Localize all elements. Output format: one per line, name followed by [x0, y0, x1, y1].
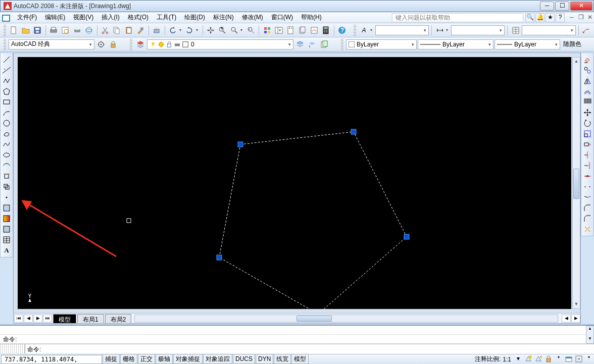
textstyle-dropdown[interactable]: ▾	[370, 28, 374, 32]
scroll-up-arrow[interactable]: ▲	[573, 58, 580, 66]
print-button[interactable]	[48, 25, 59, 36]
open-button[interactable]	[20, 25, 31, 36]
scroll-thumb-v[interactable]	[573, 169, 579, 199]
vertical-scrollbar[interactable]: ▲ ▼	[572, 57, 580, 309]
ellipse-tool[interactable]	[2, 150, 12, 160]
anno-autoscale-icon[interactable]	[534, 355, 543, 364]
circle-tool[interactable]	[2, 118, 12, 128]
match-prop-button[interactable]	[135, 25, 145, 36]
3ddwf-button[interactable]	[83, 25, 94, 36]
layer-previous-button[interactable]	[307, 39, 318, 50]
undo-dropdown[interactable]: ▾	[179, 28, 183, 32]
zoom-dropdown[interactable]: ▾	[240, 28, 244, 32]
help-button2[interactable]: ?	[337, 25, 348, 36]
table-tool[interactable]	[2, 235, 12, 245]
layer-manager-button[interactable]	[135, 39, 146, 50]
status-toggle-栅格[interactable]: 栅格	[120, 354, 137, 364]
plot-preview-button[interactable]	[60, 25, 71, 36]
zoom-previous-button[interactable]	[245, 25, 256, 36]
doc-restore-button[interactable]: ❐	[577, 14, 585, 21]
rotate-tool[interactable]	[582, 118, 592, 128]
annoscale-value[interactable]: 1:1	[501, 356, 513, 363]
break-at-point-tool[interactable]	[582, 171, 592, 181]
coordinate-display[interactable]: 737.8734, 1118.4074, 0.0000	[1, 355, 102, 364]
qnew-button[interactable]	[9, 25, 19, 36]
horizontal-scrollbar[interactable]	[134, 315, 558, 323]
linetype-combo[interactable]: ByLayer▾	[418, 39, 493, 49]
status-toggle-对象追踪[interactable]: 对象追踪	[203, 354, 232, 364]
make-block-tool[interactable]	[2, 182, 12, 192]
toolbar-lock-dropdown[interactable]: ▾	[554, 355, 563, 364]
menu-窗口w[interactable]: 窗口(W)	[267, 13, 297, 22]
design-center-button[interactable]	[273, 25, 284, 36]
menu-绘图d[interactable]: 绘图(D)	[180, 13, 209, 22]
arc-tool[interactable]	[2, 108, 12, 118]
copy-tool[interactable]	[582, 65, 592, 75]
tab-layout2[interactable]: 布局2	[105, 314, 132, 323]
command-input[interactable]	[43, 344, 594, 354]
clean-screen-icon[interactable]	[574, 355, 583, 364]
zoom-window-button[interactable]	[229, 25, 239, 36]
maximize-button[interactable]: ☐	[555, 2, 569, 11]
tab-next-button[interactable]: ▶	[33, 315, 42, 323]
array-tool[interactable]	[582, 97, 592, 107]
spline-tool[interactable]	[2, 139, 12, 149]
mtext-tool[interactable]: A	[2, 245, 12, 255]
menu-标注n[interactable]: 标注(N)	[209, 13, 238, 22]
toolbar-lock-icon[interactable]	[544, 355, 553, 364]
menu-编辑e[interactable]: 编辑(E)	[41, 13, 69, 22]
command-grip[interactable]	[0, 344, 25, 353]
rectangle-tool[interactable]	[2, 97, 12, 107]
properties-button[interactable]	[262, 25, 272, 36]
comm-center-icon[interactable]: 🔔	[535, 13, 544, 22]
layer-filter-button[interactable]	[319, 39, 330, 50]
tab-layout1[interactable]: 布局1	[77, 314, 104, 323]
break-tool[interactable]	[582, 182, 592, 192]
revcloud-tool[interactable]	[2, 129, 12, 139]
scroll-left-arrow[interactable]: ◀	[562, 315, 571, 323]
help-search-input[interactable]	[392, 13, 523, 22]
redo-dropdown[interactable]: ▾	[196, 28, 200, 32]
toolbar-grip[interactable]	[354, 25, 356, 36]
drawing-canvas[interactable]: X Y	[18, 57, 571, 309]
hatch-tool[interactable]	[2, 203, 12, 213]
status-toggle-正交[interactable]: 正交	[138, 354, 155, 364]
mleader-style-button[interactable]	[581, 25, 592, 36]
trim-tool[interactable]	[582, 150, 592, 160]
tab-prev-button[interactable]: ◀	[24, 315, 33, 323]
status-menu-arrow[interactable]: ▾	[584, 355, 593, 364]
quickcalc-button[interactable]	[320, 25, 331, 36]
polygon-tool[interactable]	[2, 86, 12, 96]
tab-first-button[interactable]: ⏮	[14, 315, 23, 323]
table-style-combo[interactable]: ▾	[522, 25, 575, 35]
status-toggle-对象捕捉[interactable]: 对象捕捉	[173, 354, 203, 364]
workspace-settings-button[interactable]	[95, 39, 107, 50]
close-button[interactable]: ✕	[570, 2, 592, 11]
insert-block-tool[interactable]	[2, 171, 12, 181]
search-icon[interactable]: 🔍	[525, 13, 534, 22]
stretch-tool[interactable]	[582, 139, 592, 149]
dim-style-button[interactable]	[434, 25, 445, 36]
save-button[interactable]	[32, 25, 42, 36]
join-tool[interactable]	[582, 192, 592, 202]
erase-tool[interactable]	[582, 55, 592, 65]
dimstyle-dropdown[interactable]: ▾	[446, 28, 450, 32]
polyline-tool[interactable]	[2, 76, 12, 86]
toolbar-grip[interactable]	[341, 39, 343, 50]
text-style-button[interactable]: A	[359, 25, 369, 36]
menu-帮助h[interactable]: 帮助(H)	[297, 13, 326, 22]
block-editor-button[interactable]	[151, 25, 162, 36]
doc-sys-icon[interactable]	[2, 14, 10, 21]
toolbar-lock-button[interactable]	[108, 39, 119, 50]
status-toggle-DYN[interactable]: DYN	[256, 354, 273, 364]
redo-button[interactable]	[184, 25, 195, 36]
status-toggle-DUCS[interactable]: DUCS	[233, 354, 255, 364]
minimize-button[interactable]: ─	[540, 2, 554, 11]
point-tool[interactable]	[2, 192, 12, 202]
doc-close-button[interactable]: ✕	[586, 14, 594, 21]
chamfer-tool[interactable]	[582, 203, 592, 213]
doc-minimize-button[interactable]: ─	[568, 14, 576, 21]
layer-states-button[interactable]	[294, 39, 306, 50]
xline-tool[interactable]	[2, 65, 12, 75]
copy-button[interactable]	[112, 25, 122, 36]
